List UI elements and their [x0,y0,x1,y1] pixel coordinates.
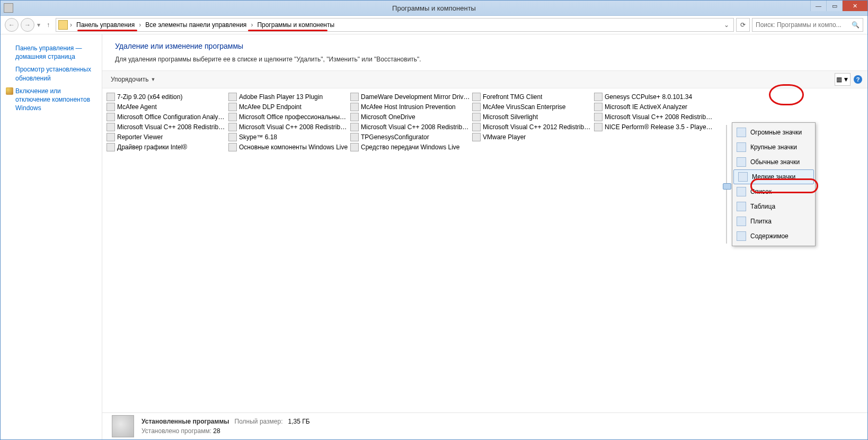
program-item[interactable]: Microsoft Visual C++ 2012 Redistributa..… [471,122,593,132]
sidebar-windows-features[interactable]: Включение или отключение компонентов Win… [15,87,95,113]
program-item[interactable]: NICE Perform® Release 3.5 - Player Co... [593,122,715,132]
breadcrumb-control-panel[interactable]: Панель управления [74,21,137,29]
program-icon [594,113,603,121]
view-menu-label: Мелкие значки [752,173,795,181]
close-button[interactable]: ✕ [842,1,867,11]
program-item[interactable]: TPGenesysConfigurator [349,132,471,142]
program-icon [107,93,115,101]
view-menu-label: Огромные значки [750,129,802,136]
address-bar[interactable]: › Панель управления › Все элементы панел… [56,18,734,32]
program-label: Reporter Viewer [117,133,163,141]
program-item[interactable]: Драйвер графики Intel® [105,142,227,152]
help-button[interactable]: ? [854,75,862,84]
program-icon [350,143,359,151]
chevron-down-icon: ▼ [843,76,849,83]
page-description: Для удаления программы выберите ее в спи… [115,56,855,63]
program-icon [350,123,359,131]
view-size-slider[interactable] [724,125,729,244]
program-label: Microsoft IE ActiveX Analyzer [605,103,687,111]
view-menu[interactable]: Огромные значкиКрупные значкиОбычные зна… [732,122,816,246]
forward-button[interactable]: → [21,18,34,32]
annotation-underline [77,30,137,31]
program-item[interactable]: Microsoft Visual C++ 2008 Redistributa..… [349,122,471,132]
program-item[interactable]: Microsoft IE ActiveX Analyzer [593,102,715,112]
program-item[interactable]: Microsoft Office профессиональный п... [227,112,349,122]
program-icon [107,113,115,121]
program-label: Драйвер графики Intel® [117,143,187,151]
maximize-button[interactable]: ▭ [826,1,842,11]
program-icon [594,123,603,131]
status-bar: Установленные программы Полный размер: 1… [102,412,867,439]
view-menu-item[interactable]: Таблица [732,199,815,214]
program-item[interactable]: Microsoft Silverlight [471,112,593,122]
up-button[interactable]: ↑ [43,20,54,30]
program-label: Microsoft Visual C++ 2008 Redistributa..… [117,123,226,131]
view-mode-icon [737,217,746,226]
view-mode-icon [737,202,746,211]
view-menu-item[interactable]: Плитка [732,214,815,229]
program-item[interactable]: Основные компоненты Windows Live [227,142,349,152]
annotation-underline [248,30,327,31]
chevron-right-icon[interactable]: › [250,21,254,29]
view-menu-item[interactable]: Список [732,184,815,199]
sidebar-home[interactable]: Панель управления — домашняя страница [15,44,95,61]
program-label: Skype™ 6.18 [239,133,277,141]
refresh-button[interactable]: ⟳ [736,18,750,32]
program-label: VMware Player [483,133,526,141]
program-label: Microsoft OneDrive [361,113,415,121]
organize-button[interactable]: Упорядочить ▼ [108,75,158,84]
view-menu-item[interactable]: Содержимое [732,229,815,244]
window-title: Программы и компоненты [1,4,867,12]
view-menu-item[interactable]: Огромные значки [732,125,815,140]
program-item[interactable]: McAfee DLP Endpoint [227,102,349,112]
search-box[interactable]: 🔍 [752,18,863,32]
program-item[interactable]: Genesys CCPulse+ 8.0.101.34 [593,92,715,102]
program-item[interactable]: Microsoft Visual C++ 2008 Redistributa..… [227,122,349,132]
program-item[interactable]: Skype™ 6.18 [227,132,349,142]
folder-icon [58,20,68,30]
change-view-button[interactable]: ▦ ▼ [835,73,851,86]
program-item[interactable]: Microsoft Visual C++ 2008 Redistributa..… [105,122,227,132]
minimize-button[interactable]: — [810,1,826,11]
program-item[interactable]: Microsoft Visual C++ 2008 Redistributa..… [593,112,715,122]
program-label: Microsoft Visual C++ 2012 Redistributa..… [483,123,592,131]
history-dropdown[interactable]: ▾ [37,21,41,29]
program-item[interactable]: McAfee Agent [105,102,227,112]
view-menu-item[interactable]: Мелкие значки [733,169,814,184]
program-item[interactable]: DameWare Development Mirror Driver ... [349,92,471,102]
program-item[interactable]: Средство передачи Windows Live [349,142,471,152]
breadcrumb-all-items[interactable]: Все элементы панели управления [143,21,249,29]
view-menu-item[interactable]: Крупные значки [732,140,815,155]
search-icon: 🔍 [852,21,860,29]
program-icon [472,123,481,131]
program-icon [350,133,359,141]
program-item[interactable]: VMware Player [471,132,593,142]
program-item[interactable]: Reporter Viewer [105,132,227,142]
back-button[interactable]: ← [5,18,19,32]
sidebar-view-updates[interactable]: Просмотр установленных обновлений [15,65,95,82]
program-item[interactable]: 7-Zip 9.20 (x64 edition) [105,92,227,102]
program-label: Microsoft Office профессиональный п... [239,113,348,121]
program-icon [472,113,481,121]
program-item[interactable]: Forefront TMG Client [471,92,593,102]
program-item[interactable]: McAfee VirusScan Enterprise [471,102,593,112]
program-icon [228,113,237,121]
view-menu-item[interactable]: Обычные значки [732,155,815,169]
program-icon [472,93,481,101]
breadcrumb-programs[interactable]: Программы и компоненты [255,21,336,29]
view-mode-icon [737,157,746,167]
address-dropdown[interactable]: ⌄ [722,21,731,29]
program-item[interactable]: Microsoft OneDrive [349,112,471,122]
program-item[interactable]: Adobe Flash Player 13 Plugin [227,92,349,102]
program-icon [594,93,603,101]
program-icon [350,113,359,121]
search-input[interactable] [755,21,861,29]
program-label: McAfee VirusScan Enterprise [483,103,566,111]
chevron-down-icon: ▼ [150,77,155,82]
program-item[interactable]: McAfee Host Intrusion Prevention [349,102,471,112]
chevron-right-icon[interactable]: › [138,21,142,29]
chevron-right-icon[interactable]: › [69,21,73,29]
program-item[interactable]: Microsoft Office Configuration Analyzer.… [105,112,227,122]
program-icon [107,123,115,131]
page-heading: Удаление или изменение программы [115,42,855,50]
